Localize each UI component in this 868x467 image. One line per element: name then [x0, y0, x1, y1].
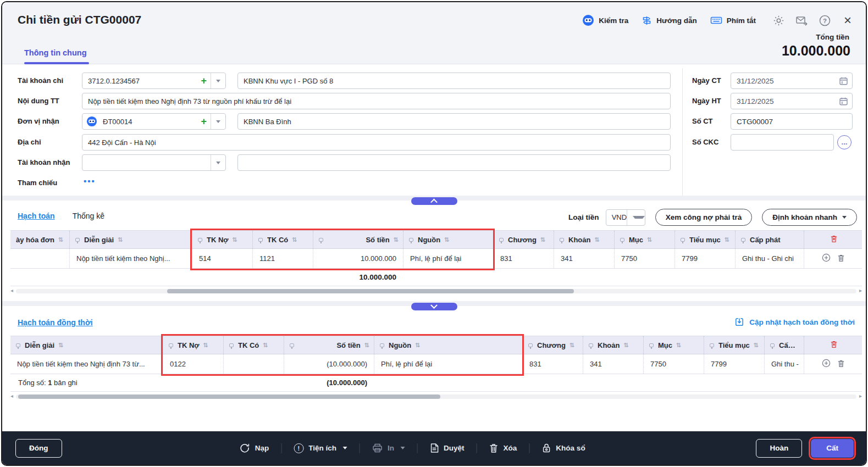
add-plus-icon[interactable]: + — [197, 114, 211, 129]
cell[interactable]: Nộp tiền tiết kiệm theo Nghị định 73 từ.… — [10, 354, 163, 374]
column-header[interactable]: Khoản⇅ — [554, 231, 614, 248]
receiver-unit-name-input[interactable] — [237, 113, 671, 130]
scroll-right-icon[interactable]: ▸ — [859, 287, 862, 293]
cell[interactable]: Ghi thu - — [764, 354, 804, 374]
approve-button[interactable]: Duyệt — [429, 443, 465, 453]
cell[interactable] — [223, 354, 284, 374]
row-delete-button[interactable] — [837, 254, 845, 264]
column-header[interactable]: Mục⇅ — [643, 336, 704, 354]
lock-button[interactable]: Khóa sổ — [541, 443, 585, 453]
cell[interactable]: 341 — [583, 354, 643, 374]
column-header[interactable]: Diễn giải⇅ — [10, 336, 163, 354]
horizontal-scrollbar[interactable]: ◂ ▸ — [10, 288, 862, 294]
column-header[interactable]: TK Có⇅ — [252, 231, 313, 248]
ckc-no-input[interactable] — [731, 138, 833, 147]
simultaneous-title-link[interactable]: Hạch toán đồng thời — [18, 318, 93, 327]
collapse-down-button[interactable] — [411, 303, 457, 310]
column-header[interactable]: Tiểu mục⇅ — [675, 231, 735, 248]
column-header[interactable]: ày hóa đơn⇅ — [10, 231, 69, 248]
quick-posting-button[interactable]: Định khoản nhanh — [762, 209, 857, 226]
tab-statistics[interactable]: Thống kê — [73, 212, 104, 220]
horizontal-scrollbar[interactable]: ◂ ▸ — [10, 394, 862, 399]
column-header[interactable]: Cấp ph — [764, 336, 804, 354]
cell[interactable]: Nộp tiền tiết kiệm theo Nghị... — [69, 249, 192, 268]
calendar-icon[interactable] — [839, 76, 848, 86]
undo-button[interactable]: Hoàn — [756, 439, 802, 458]
cell[interactable]: (10.000.000) — [284, 354, 374, 374]
payment-content-input[interactable] — [82, 93, 671, 109]
receive-account-name-input[interactable] — [237, 154, 671, 171]
scroll-right-icon[interactable]: ▸ — [859, 393, 862, 399]
scroll-left-icon[interactable]: ◂ — [10, 287, 13, 293]
close-icon[interactable]: × — [842, 14, 854, 26]
address-input[interactable] — [82, 134, 671, 151]
update-simultaneous-button[interactable]: Cập nhật hạch toán đồng thời — [734, 317, 855, 327]
calendar-icon[interactable] — [839, 97, 848, 106]
column-header[interactable]: Số tiền⇅ — [284, 336, 374, 354]
check-button[interactable]: Kiểm tra — [582, 14, 628, 26]
currency-dropdown[interactable] — [627, 210, 645, 225]
column-header[interactable]: Số tiền⇅ — [313, 231, 403, 248]
column-header[interactable]: Chương⇅ — [522, 336, 583, 354]
voucher-no-input[interactable] — [731, 118, 852, 126]
cell[interactable]: 7750 — [614, 249, 675, 268]
scrollbar-thumb[interactable] — [18, 394, 440, 399]
column-header[interactable]: Diễn giải⇅ — [69, 231, 192, 248]
row-add-button[interactable] — [822, 253, 831, 264]
collapse-up-button[interactable] — [411, 197, 457, 205]
column-header[interactable]: Tiểu mục⇅ — [704, 336, 764, 354]
column-header[interactable]: Mục⇅ — [614, 231, 675, 248]
column-header[interactable]: Nguồn⇅ — [374, 336, 522, 354]
gear-icon[interactable] — [772, 14, 784, 26]
reference-dots-button[interactable]: ••• — [84, 176, 96, 186]
tab-accounting[interactable]: Hạch toán — [18, 212, 55, 220]
row-add-button[interactable] — [822, 359, 831, 369]
voucher-date-input[interactable] — [731, 77, 839, 85]
shortcut-button[interactable]: Phím tắt — [710, 15, 756, 25]
column-header[interactable]: TK Nợ⇅ — [192, 231, 252, 248]
posting-date-input[interactable] — [731, 97, 839, 105]
cell[interactable]: 831 — [522, 354, 583, 374]
reload-button[interactable]: Nạp — [240, 443, 269, 453]
cell[interactable]: Phí, lệ phí để lại — [374, 354, 522, 374]
delete-column-icon[interactable] — [830, 235, 838, 244]
guide-button[interactable]: Hướng dẫn — [642, 15, 696, 26]
help-icon[interactable]: ? — [819, 14, 831, 26]
scroll-left-icon[interactable]: ◂ — [10, 393, 13, 399]
column-header[interactable]: TK Có⇅ — [223, 336, 284, 354]
scrollbar-thumb[interactable] — [167, 289, 574, 293]
cell[interactable]: 7799 — [675, 249, 735, 268]
delete-button[interactable]: Xóa — [489, 443, 517, 453]
cell[interactable]: 514 — [192, 249, 252, 268]
cell[interactable]: Phí, lệ phí để lại — [403, 249, 493, 268]
ckc-more-button[interactable]: ... — [837, 135, 852, 149]
receiver-unit-dropdown[interactable] — [211, 114, 225, 129]
cell[interactable]: 7799 — [704, 354, 764, 374]
column-header[interactable]: Chương⇅ — [493, 231, 554, 248]
cell[interactable]: 10.000.000 — [313, 249, 403, 268]
close-button[interactable]: Đóng — [15, 439, 62, 458]
print-button[interactable]: In — [372, 443, 405, 453]
column-header[interactable]: TK Nợ⇅ — [163, 336, 223, 354]
pay-account-name-input[interactable] — [237, 73, 671, 89]
cell[interactable]: 0122 — [163, 354, 223, 374]
cell[interactable] — [10, 249, 69, 268]
cell[interactable]: 831 — [493, 249, 554, 268]
add-plus-icon[interactable]: + — [197, 73, 211, 88]
column-header[interactable]: Nguồn⇅ — [403, 231, 493, 248]
view-payable-debt-button[interactable]: Xem công nợ phải trả — [655, 209, 753, 226]
column-header[interactable]: Khoản⇅ — [583, 336, 643, 354]
cell[interactable]: 341 — [554, 249, 614, 268]
cell[interactable]: 1121 — [252, 249, 313, 268]
receive-account-dropdown[interactable] — [211, 155, 225, 170]
pay-account-dropdown[interactable] — [211, 73, 225, 88]
receiver-unit-code-input[interactable] — [97, 118, 197, 126]
utilities-button[interactable]: ! Tiện ích — [294, 443, 347, 453]
cell[interactable]: 7750 — [643, 354, 704, 374]
currency-select[interactable]: VND — [606, 209, 645, 226]
column-header[interactable]: Cấp phát — [735, 231, 804, 248]
row-delete-button[interactable] — [837, 359, 845, 369]
pay-account-code-input[interactable] — [82, 77, 197, 85]
delete-column-icon[interactable] — [830, 340, 838, 350]
save-button[interactable]: Cất — [811, 439, 854, 458]
